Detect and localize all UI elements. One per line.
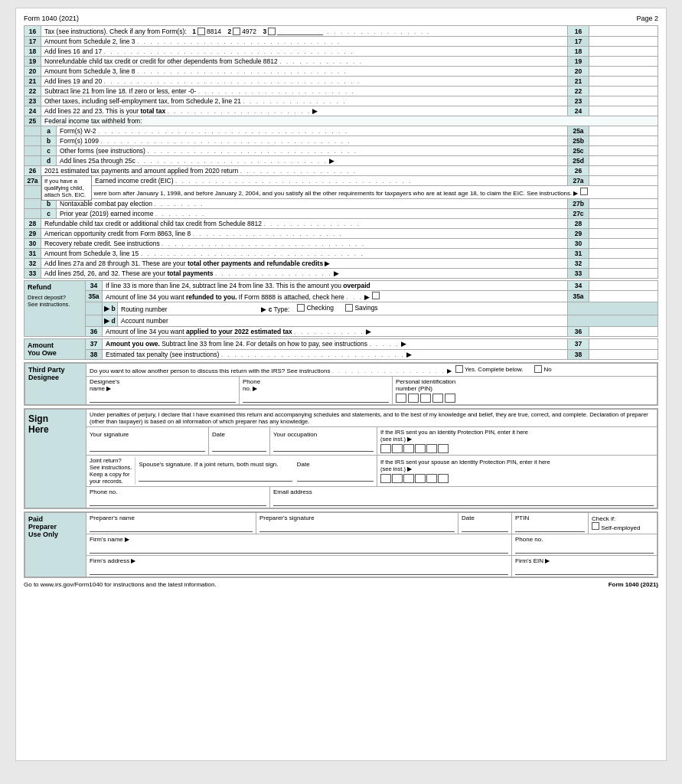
line-22-label: Subtract line 21 from line 18. If zero o…: [41, 87, 568, 96]
phone-no-cell: Phone no.: [512, 534, 658, 556]
amount-owe-header: Amount You Owe: [24, 339, 86, 360]
line-19-label: Nonrefundable child tax credit or credit…: [41, 57, 568, 67]
line-16-label: Tax (see instructions). Check if any fro…: [41, 26, 568, 37]
amount-21: [589, 77, 658, 87]
itin-1[interactable]: [380, 444, 391, 453]
email-input[interactable]: [273, 495, 654, 506]
pin-digit-2[interactable]: [408, 394, 419, 403]
itin-4[interactable]: [415, 444, 426, 453]
line-35d-label: Account number: [118, 315, 568, 327]
third-party-section: Third Party Designee Do you want to allo…: [24, 362, 658, 406]
firm-name-input[interactable]: [90, 543, 508, 554]
line-number-35b: [86, 302, 103, 315]
line-ref-27b: 27b: [568, 199, 589, 209]
subline-b-label: b: [41, 136, 57, 146]
line-23-label: Other taxes, including self-employment t…: [41, 96, 568, 106]
line-30-label: Recovery rebate credit. See instructions…: [41, 239, 568, 249]
designee-name-input[interactable]: [90, 392, 236, 403]
preparer-date-input[interactable]: [462, 521, 508, 532]
checkbox-form8888[interactable]: [372, 292, 380, 299]
sign-here-header: Sign Here: [25, 410, 86, 508]
phone-input[interactable]: [90, 495, 266, 506]
itin-5[interactable]: [426, 444, 437, 453]
your-sig-input[interactable]: [90, 438, 205, 452]
direct-deposit-label: Direct deposit? See instructions.: [28, 294, 82, 308]
amount-owe-table: Amount You Owe 37 Amount you owe. Subtra…: [24, 338, 658, 360]
sitin-1[interactable]: [380, 474, 391, 483]
form-footer: Go to www.irs.gov/Form1040 for instructi…: [24, 581, 658, 588]
checkbox-savings[interactable]: [345, 304, 353, 312]
side-note: If you have a qualifying child, attach S…: [41, 175, 92, 201]
spouse-irs-label: If the IRS sent your spouse an Identity …: [377, 456, 658, 487]
sitin-5[interactable]: [426, 474, 437, 483]
line-number-32: 32: [24, 259, 41, 269]
date-input[interactable]: [212, 438, 266, 452]
table-row: Refund Direct deposit? See instructions.…: [24, 281, 658, 291]
line-number-25c: [24, 146, 41, 156]
line-ref-16: 16: [568, 26, 589, 37]
pin-digit-1[interactable]: [396, 394, 406, 403]
preparer-phone-input[interactable]: [515, 543, 654, 554]
amount-29: [589, 229, 658, 239]
line-36-label: Amount of line 34 you want applied to yo…: [103, 327, 568, 337]
form-header: Form 1040 (2021) Page 2: [24, 15, 658, 22]
checkbox-4972[interactable]: [233, 28, 240, 35]
preparer-name-cell: Preparer's name: [86, 513, 256, 534]
preparer-name-input[interactable]: [90, 521, 253, 532]
table-row: c Prior year (2019) earned income . . . …: [24, 209, 658, 219]
line-ref-17: 17: [568, 37, 589, 47]
subline-d-label: d: [41, 156, 57, 166]
checkbox-no[interactable]: [534, 365, 542, 373]
table-row: a Form(s) W-2 . . . . . . . . . . . . . …: [24, 126, 658, 136]
ein-input[interactable]: [515, 564, 654, 575]
spouse-date-input[interactable]: [297, 468, 374, 482]
self-employed-check[interactable]: Self-employed: [592, 522, 654, 531]
sitin-4[interactable]: [415, 474, 426, 483]
table-row: 31 Amount from Schedule 3, line 15 . . .…: [24, 249, 658, 259]
spouse-sig-input[interactable]: [139, 468, 292, 482]
table-row: ▶ b Routing number ▶ c Type: Checking Sa…: [24, 302, 658, 315]
table-row: Check here if you were born after Januar…: [24, 186, 658, 199]
itin-2[interactable]: [392, 444, 403, 453]
sign-here-table: Sign Here Under penalties of perjury, I …: [24, 409, 658, 508]
itin-3[interactable]: [403, 444, 414, 453]
firm-name-cell: Firm's name ▶: [86, 534, 512, 556]
checkbox-yes[interactable]: [455, 365, 463, 373]
table-row: 22 Subtract line 21 from line 18. If zer…: [24, 87, 658, 96]
table-row: Paid Preparer Use Only Preparer's name P…: [25, 513, 658, 534]
sitin-2[interactable]: [392, 474, 403, 483]
amount-28: [589, 219, 658, 229]
checkbox-checking[interactable]: [297, 304, 305, 312]
line-ref-19: 19: [568, 57, 589, 67]
checkbox-self-employed[interactable]: [592, 522, 599, 530]
checkbox-8814[interactable]: [197, 28, 205, 35]
sitin-3[interactable]: [403, 474, 414, 483]
sitin-6[interactable]: [438, 474, 449, 483]
table-row: Firm's address ▶ Firm's EIN ▶: [25, 556, 658, 577]
itin-6[interactable]: [438, 444, 449, 453]
pin-digit-5[interactable]: [445, 394, 455, 403]
occupation-input[interactable]: [273, 438, 374, 452]
preparer-date-cell: Date: [458, 513, 512, 534]
checkbox-3[interactable]: [268, 28, 276, 35]
line-27b-label: Nontaxable combat pay election . . . . .…: [57, 199, 568, 209]
designee-phone-input[interactable]: [243, 392, 389, 403]
third-party-header: Third Party Designee: [25, 364, 86, 405]
pin-digit-3[interactable]: [420, 394, 431, 403]
email-row: Email address: [270, 487, 658, 508]
line-ref-36: 36: [568, 327, 589, 337]
firm-address-input[interactable]: [90, 564, 508, 575]
line-number-20: 20: [24, 67, 41, 77]
ptin-input[interactable]: [515, 521, 585, 532]
perjury-text: Under penalties of perjury, I declare th…: [86, 410, 658, 427]
preparer-sig-input[interactable]: [259, 521, 455, 532]
line-21-label: Add lines 19 and 20 . . . . . . . . . . …: [41, 77, 568, 87]
table-row: 20 Amount from Schedule 3, line 8 . . . …: [24, 67, 658, 77]
subline-c-label: c: [41, 146, 57, 156]
pin-digit-4[interactable]: [432, 394, 443, 403]
amount-27b: [589, 199, 658, 209]
line-ref-33: 33: [568, 269, 589, 279]
designee-pin-cell: Personal identification number (PIN): [393, 377, 658, 405]
amount-38: [589, 349, 658, 360]
checkbox-eic[interactable]: [580, 188, 588, 195]
